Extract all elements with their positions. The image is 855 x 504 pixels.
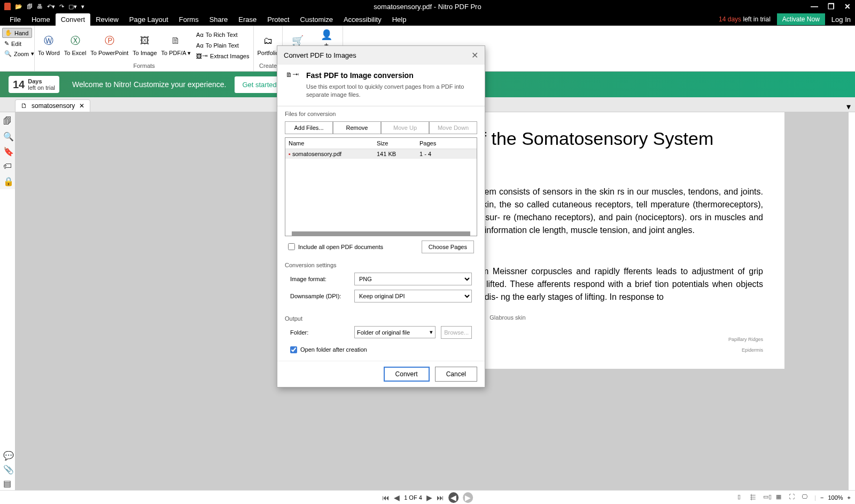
prev-page-icon[interactable]: ◀ — [394, 493, 400, 502]
menu-share[interactable]: Share — [204, 13, 234, 26]
browse-button[interactable]: Browse... — [441, 326, 472, 339]
tab-close-icon[interactable]: ✕ — [79, 102, 84, 110]
word-icon: Ⓦ — [41, 34, 56, 49]
dpi-select[interactable]: Keep original DPI — [354, 290, 472, 303]
menu-page-layout[interactable]: Page Layout — [124, 13, 174, 26]
app-logo-icon — [4, 3, 11, 10]
dialog-titlebar: Convert PDF to Images ✕ — [277, 46, 485, 65]
facing-continuous-icon[interactable]: ▦ — [776, 493, 784, 502]
file-list-header: Name Size Pages — [285, 138, 477, 149]
facing-icon[interactable]: ▭▯ — [763, 493, 772, 502]
menu-convert[interactable]: Convert — [56, 13, 91, 26]
menu-accessibility[interactable]: Accessibility — [338, 13, 387, 26]
remove-file-button[interactable]: Remove — [333, 121, 381, 134]
zoom-icon: 🔍 — [4, 50, 12, 57]
tags-panel-icon[interactable]: 🏷 — [3, 161, 12, 170]
login-button[interactable]: Log In — [831, 15, 851, 24]
fullscreen-icon[interactable]: ⛶ — [789, 493, 797, 502]
file-list-scrollbar[interactable] — [292, 231, 470, 236]
qat-overflow-icon[interactable]: ▾ — [81, 3, 84, 10]
include-all-checkbox[interactable]: Include all open PDF documents — [288, 243, 383, 250]
chevron-down-icon: ▾ — [188, 50, 191, 56]
to-word-button[interactable]: Ⓦ To Word — [38, 34, 60, 57]
status-bar: ⏮ ◀ 1 OF 4 ▶ ⏭ ◀ ▶ ▯ ⬱ ▭▯ ▦ ⛶ 🖵 | − 100%… — [0, 490, 855, 504]
comments-panel-icon[interactable]: 💬 — [3, 451, 12, 459]
save-icon[interactable]: 🗐 — [27, 3, 33, 10]
image-icon: 🖾 — [137, 34, 152, 49]
dialog-close-icon[interactable]: ✕ — [471, 50, 478, 60]
column-pages[interactable]: Pages — [416, 138, 477, 149]
open-icon[interactable]: 📂 — [15, 3, 22, 10]
last-page-icon[interactable]: ⏭ — [437, 493, 444, 502]
zoom-out-button[interactable]: − — [820, 494, 823, 501]
folder-combo[interactable]: Folder of original file▾ — [354, 326, 436, 338]
image-format-select[interactable]: PNG — [354, 273, 472, 285]
trial-indicator: 14 days left in trial — [719, 15, 771, 23]
zoom-in-button[interactable]: + — [848, 494, 851, 501]
column-size[interactable]: Size — [374, 138, 416, 149]
trial-days-number: 14 — [13, 79, 25, 91]
tabstrip-dropdown-icon[interactable]: ▾ — [842, 102, 855, 112]
section-label: Files for conversion — [285, 111, 477, 117]
to-powerpoint-button[interactable]: Ⓟ To PowerPoint — [90, 34, 128, 57]
close-icon[interactable]: ✕ — [844, 2, 851, 11]
minimize-icon[interactable]: — — [811, 2, 818, 11]
to-image-button[interactable]: 🖾 To Image — [133, 34, 157, 57]
move-down-button[interactable]: Move Down — [429, 121, 477, 134]
hand-tool[interactable]: ✋Hand — [2, 28, 32, 38]
first-page-icon[interactable]: ⏮ — [382, 493, 390, 502]
menu-help[interactable]: Help — [387, 13, 412, 26]
add-files-button[interactable]: Add Files... — [285, 121, 333, 134]
extract-images-button[interactable]: 🖾⭲Extract Images — [195, 52, 250, 60]
layers-panel-icon[interactable]: ▤ — [3, 478, 12, 487]
security-panel-icon[interactable]: 🔒 — [3, 176, 12, 185]
redo-icon[interactable]: ↷ — [59, 3, 64, 10]
print-icon[interactable]: 🖶 — [37, 3, 43, 10]
document-tab[interactable]: 🗋 somatosensory ✕ — [15, 99, 90, 112]
back-nav-icon[interactable]: ◀ — [448, 492, 458, 503]
single-page-icon[interactable]: ▯ — [737, 493, 746, 502]
include-all-checkbox-input[interactable] — [288, 243, 295, 250]
menu-protect[interactable]: Protect — [262, 13, 294, 26]
menu-erase[interactable]: Erase — [233, 13, 262, 26]
zoom-tool[interactable]: 🔍Zoom▾ — [2, 49, 32, 58]
portfolio-button[interactable]: 🗂 Portfolio — [257, 34, 278, 57]
excel-icon: Ⓧ — [68, 34, 83, 49]
next-page-icon[interactable]: ▶ — [426, 493, 432, 502]
page-indicator[interactable]: 1 OF 4 — [404, 494, 422, 501]
move-up-button[interactable]: Move Up — [381, 121, 429, 134]
zoom-level[interactable]: 100% — [828, 494, 843, 501]
presentation-icon[interactable]: 🖵 — [802, 493, 810, 502]
to-plain-text-button[interactable]: AαTo Plain Text — [195, 41, 250, 50]
continuous-icon[interactable]: ⬱ — [750, 493, 759, 502]
menu-file[interactable]: File — [4, 13, 26, 26]
activate-now-button[interactable]: Activate Now — [777, 13, 825, 25]
to-pdfa-button[interactable]: 🗎 To PDF/A ▾ — [161, 34, 191, 57]
file-row[interactable]: ▪ somatosensory.pdf 141 KB 1 - 4 — [285, 149, 477, 159]
ribbon-group-label: Formats — [134, 63, 155, 69]
column-name[interactable]: Name — [285, 138, 374, 149]
convert-button[interactable]: Convert — [384, 367, 430, 382]
file-list[interactable]: Name Size Pages ▪ somatosensory.pdf 141 … — [285, 137, 477, 236]
quick-access-toolbar: 📂 🗐 🖶 ↶▾ ↷ ▢▾ ▾ — [4, 3, 84, 10]
open-folder-checkbox-input[interactable] — [290, 346, 297, 353]
menu-customize[interactable]: Customize — [295, 13, 338, 26]
to-rich-text-button[interactable]: AαTo Rich Text — [195, 30, 250, 39]
forward-nav-icon[interactable]: ▶ — [463, 492, 473, 503]
open-folder-checkbox[interactable]: Open folder after creation — [285, 343, 477, 356]
menu-review[interactable]: Review — [90, 13, 124, 26]
to-excel-button[interactable]: Ⓧ To Excel — [64, 34, 87, 57]
cancel-button[interactable]: Cancel — [435, 367, 477, 382]
menu-forms[interactable]: Forms — [174, 13, 204, 26]
search-panel-icon[interactable]: 🔍 — [3, 131, 12, 140]
undo-icon[interactable]: ↶▾ — [47, 3, 55, 10]
qat-dropdown-icon[interactable]: ▢▾ — [68, 3, 77, 10]
files-section: Files for conversion Add Files... Remove… — [277, 106, 485, 258]
menu-home[interactable]: Home — [26, 13, 56, 26]
pages-panel-icon[interactable]: 🗐 — [3, 117, 12, 125]
restore-icon[interactable]: ❐ — [828, 2, 835, 11]
choose-pages-button[interactable]: Choose Pages — [422, 241, 474, 253]
edit-tool[interactable]: ✎Edit — [2, 39, 32, 48]
attachments-panel-icon[interactable]: 📎 — [3, 464, 12, 473]
bookmarks-panel-icon[interactable]: 🔖 — [3, 146, 12, 155]
